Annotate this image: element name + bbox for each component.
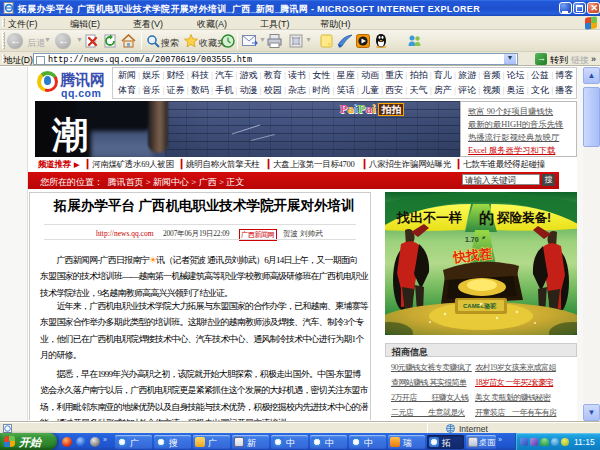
svg-text:CAMEL骆驼: CAMEL骆驼: [463, 302, 496, 310]
svg-text:1.70〞: 1.70〞: [465, 236, 486, 243]
svg-text:的: 的: [479, 209, 494, 226]
svg-text:找出不一样: 找出不一样: [396, 210, 462, 225]
svg-text:探险装备!: 探险装备!: [496, 211, 551, 225]
